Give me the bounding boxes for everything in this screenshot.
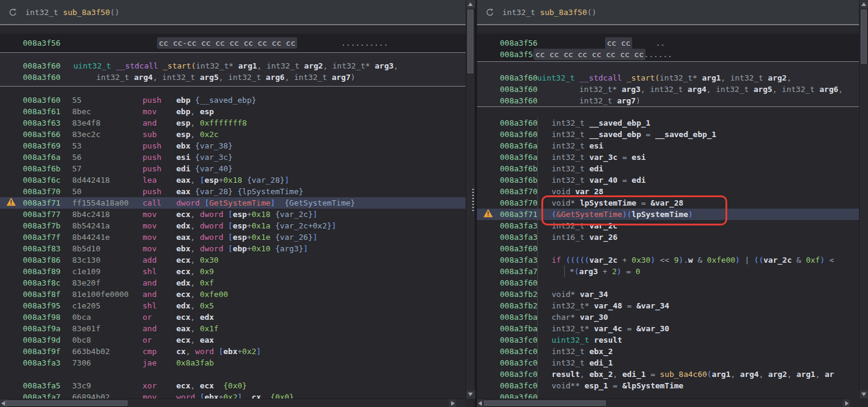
asm-row[interactable]: 008a3f980bcaorecx, edx — [0, 311, 466, 323]
asm-row[interactable]: 008a3f8683c130addecx, 0x30 — [0, 254, 466, 266]
blank-row[interactable] — [0, 369, 466, 380]
token-reg: esp — [200, 107, 214, 116]
code-row[interactable]: 008a3fa7*(arg3 + 2) = 0 — [477, 266, 859, 277]
asm-row[interactable]: 008a3f7050pusheax {var_28} {lpSystemTime… — [0, 186, 466, 197]
asm-row[interactable]: 008a3fa533c9xorecx, ecx {0x0} — [0, 380, 466, 391]
token-reg: arg3 — [579, 267, 598, 276]
signature-row[interactable]: 008a3f60uint32_t __stdcall _start(int32_… — [477, 72, 859, 84]
code-row[interactable]: 008a3fa3int16_t var_26 — [477, 231, 859, 243]
code-row[interactable]: 008a3f6bint32_t edi — [477, 163, 859, 174]
token-num: 0x1f — [200, 324, 218, 333]
token-num: {0x0} — [214, 381, 247, 390]
scroll-up-button[interactable] — [466, 0, 475, 8]
asm-row[interactable]: 008a3f8c83e20fandedx, 0xf — [0, 277, 466, 289]
mnemonic: push — [143, 151, 161, 163]
address: 008a3f58 — [500, 49, 538, 60]
asm-row[interactable]: 008a3f89c1e109shlecx, 0x9 — [0, 266, 466, 277]
token-reg: ecx — [176, 335, 190, 344]
code-row[interactable]: 008a3fa3int32_t var_2c — [477, 220, 859, 231]
signature-row[interactable]: 008a3f60uint32_t __stdcall _start(int32_… — [0, 60, 466, 72]
scroll-right-button[interactable] — [449, 399, 456, 407]
asm-row[interactable]: 008a3f95c1e205shledx, 0x5 — [0, 300, 466, 311]
token-brk: ] — [285, 176, 289, 185]
asm-row[interactable]: 008a3f6383e4f8andesp, 0xfffffff8 — [0, 117, 466, 129]
code-text: (&GetSystemTime)(lpSystemTime) — [552, 209, 693, 220]
scroll-up-button[interactable] — [860, 0, 868, 8]
code-row[interactable]: 008a3f60int32_t __saved_ebp_1 — [477, 117, 859, 129]
code-row[interactable]: 008a3fc0void** esp_1 = &lpSystemTime — [477, 380, 859, 391]
code-text: int32_t edi_1 — [552, 357, 613, 369]
token-reg: ecx — [176, 256, 190, 265]
splitter-handle[interactable] — [472, 189, 474, 213]
asm-row[interactable]: 008a3f778b4c2418movecx, dword [esp+0x18 … — [0, 209, 466, 220]
asm-row[interactable]: 008a3fa37306jae0x8a3fab — [0, 357, 466, 369]
asm-row[interactable]: 008a3f6b57pushedi {var_40} — [0, 163, 466, 174]
asm-row[interactable]: 008a3f9f663b4b02cmpcx, word [ebx+0x2] — [0, 346, 466, 357]
token-txt: int32_t — [502, 8, 540, 17]
asm-row[interactable]: 008a3f618becmovebp, esp — [0, 106, 466, 117]
signature-row[interactable]: 008a3f60int32_t* arg3, int32_t arg4, int… — [477, 84, 859, 95]
asm-row[interactable]: 008a3f71ff1554a18a00calldword [GetSystem… — [0, 197, 466, 209]
token-brk: ] — [303, 244, 308, 253]
code-row[interactable]: 008a3fc0int32_t ebx_2 — [477, 346, 859, 357]
code-row[interactable]: 008a3f70void var_28 — [477, 186, 859, 197]
scroll-down-button[interactable] — [466, 390, 475, 399]
token-ann: {var_26} — [271, 233, 313, 242]
asm-row[interactable]: 008a3f6683ec2csubesp, 0x2c — [0, 129, 466, 140]
code-row[interactable]: 008a3fa3if (((((var_2c + 0x30) << 9).w &… — [477, 254, 859, 266]
horizontal-scrollbar[interactable] — [477, 399, 850, 407]
code-row[interactable]: 008a3f71(&GetSystemTime)(lpSystemTime) — [477, 209, 859, 220]
token-ann: {var_28} — [242, 176, 285, 185]
horizontal-scroll-thumb[interactable] — [484, 400, 606, 406]
scroll-left-button[interactable] — [477, 399, 484, 407]
signature-row[interactable]: 008a3f60int32_t arg7) — [477, 95, 859, 106]
vertical-scroll-thumb[interactable] — [467, 10, 473, 73]
asm-row[interactable]: 008a3f838b5d10movebx, dword [ebp+0x10 {a… — [0, 243, 466, 254]
padding-bytes-block: 008a3f56cc cc..008a3f58cc cc cc cc cc cc… — [477, 34, 859, 62]
blank-row[interactable]: 008a3f60 — [477, 277, 859, 289]
token-brk: [ — [205, 198, 209, 207]
asm-row[interactable]: 008a3f6953pushebx {var_38} — [0, 140, 466, 151]
bytes-row[interactable]: 008a3f56cc cc.. — [477, 37, 859, 49]
code-row[interactable]: 008a3f6bint32_t var_40 = edi — [477, 174, 859, 186]
code-row[interactable]: 008a3fc0result, ebx_2, edi_1 = sub_8a4c6… — [477, 369, 859, 380]
bytes-row[interactable]: 008a3f58cc cc cc cc cc cc cc cc........ — [477, 49, 859, 60]
token-op: , — [219, 73, 229, 82]
code-row[interactable]: 008a3fc0uint32_t result — [477, 334, 859, 346]
blank-row[interactable]: 008a3f60 — [477, 243, 859, 254]
address: 008a3f60 — [500, 72, 538, 84]
code-row[interactable]: 008a3fb2int32_t* var_48 = &var_34 — [477, 300, 859, 311]
code-row[interactable]: 008a3fc0int32_t edi_1 — [477, 357, 859, 369]
opcode-bytes: 83e20f — [72, 277, 100, 289]
scroll-right-button[interactable] — [843, 399, 850, 407]
asm-row[interactable]: 008a3f6055pushebp {__saved_ebp} — [0, 94, 466, 106]
address: 008a3f60 — [23, 60, 61, 72]
asm-row[interactable]: 008a3f9d0bc8orecx, eax — [0, 334, 466, 346]
code-row[interactable]: 008a3fbaint32_t* var_4c = &var_30 — [477, 323, 859, 334]
code-row[interactable]: 008a3fb2void* var_34 — [477, 289, 859, 300]
code-row[interactable]: 008a3f70void* lpSystemTime = &var_28 — [477, 197, 859, 209]
asm-row[interactable]: 008a3f9a83e01fandeax, 0x1f — [0, 323, 466, 334]
scroll-down-button[interactable] — [860, 390, 868, 399]
asm-row[interactable]: 008a3f7b8b54241amovedx, dword [esp+0x1a … — [0, 220, 466, 231]
token-reg: var_34 — [580, 290, 608, 299]
asm-row[interactable]: 008a3f7f8b44241emoveax, dword [esp+0x1e … — [0, 231, 466, 243]
bytes-row[interactable]: 008a3f56cc cc-cc cc cc cc cc cc cc cc...… — [0, 37, 466, 49]
code-row[interactable]: 008a3f6aint32_t esi — [477, 140, 859, 151]
byte-values: cc cc cc cc cc cc cc cc — [534, 49, 645, 60]
token-brk: ( — [552, 210, 556, 219]
signature-row[interactable]: 008a3f60int32_t arg4, int32_t arg5, int3… — [0, 72, 466, 83]
asm-row[interactable]: 008a3f6a56pushesi {var_3c} — [0, 151, 466, 163]
operands: eax, 0x1f — [176, 323, 218, 334]
token-ann: {var_2c+0x2} — [271, 221, 332, 230]
horizontal-scroll-thumb[interactable] — [5, 400, 128, 406]
vertical-scrollbar[interactable] — [859, 0, 868, 399]
horizontal-scrollbar[interactable] — [0, 399, 466, 407]
asm-row[interactable]: 008a3f8f81e100fe0000andecx, 0xfe00 — [0, 289, 466, 300]
code-row[interactable]: 008a3f60int32_t __saved_ebp = __saved_eb… — [477, 129, 859, 140]
code-row[interactable]: 008a3fbachar* var_30 — [477, 311, 859, 323]
vertical-scroll-thumb[interactable] — [861, 10, 867, 64]
token-op: , — [190, 267, 200, 276]
asm-row[interactable]: 008a3f6c8d442418leaeax, [esp+0x18 {var_2… — [0, 174, 466, 186]
code-row[interactable]: 008a3f6aint32_t var_3c = esi — [477, 151, 859, 163]
